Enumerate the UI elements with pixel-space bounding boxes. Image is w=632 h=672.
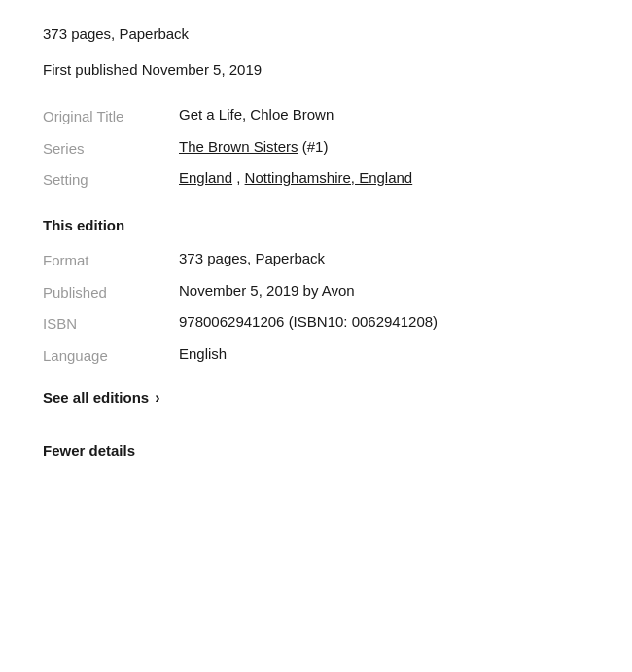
setting-separator: , bbox=[232, 169, 245, 186]
setting-england-link[interactable]: England bbox=[179, 169, 232, 186]
pages-format-summary: 373 pages, Paperback bbox=[43, 23, 589, 46]
fewer-details-button[interactable]: Fewer details bbox=[43, 441, 589, 463]
setting-label: Setting bbox=[43, 167, 179, 192]
series-label: Series bbox=[43, 136, 179, 160]
published-label: Published bbox=[43, 280, 179, 304]
this-edition-title: This edition bbox=[43, 215, 589, 237]
original-title-label: Original Title bbox=[43, 104, 179, 128]
isbn-alt: (ISBN10: 0062941208) bbox=[289, 313, 438, 330]
isbn-label: ISBN bbox=[43, 311, 179, 336]
see-all-label: See all editions bbox=[43, 387, 149, 409]
language-value: English bbox=[179, 343, 589, 368]
series-value: The Brown Sisters (#1) bbox=[179, 136, 589, 160]
original-title-value: Get a Life, Chloe Brown bbox=[179, 104, 589, 128]
isbn-value: 9780062941206 (ISBN10: 0062941208) bbox=[179, 311, 589, 336]
first-published-summary: First published November 5, 2019 bbox=[43, 59, 589, 82]
series-number: (#1) bbox=[302, 138, 329, 155]
this-edition-section: This edition Format 373 pages, Paperback… bbox=[43, 215, 589, 463]
format-value: 373 pages, Paperback bbox=[179, 248, 589, 272]
see-all-editions-link[interactable]: See all editions › bbox=[43, 386, 160, 409]
book-meta-grid: Original Title Get a Life, Chloe Brown S… bbox=[43, 104, 589, 192]
format-label: Format bbox=[43, 248, 179, 272]
isbn-number: 9780062941206 bbox=[179, 313, 284, 330]
setting-value: England , Nottinghamshire, England bbox=[179, 167, 589, 192]
language-label: Language bbox=[43, 343, 179, 368]
setting-nottinghamshire-link[interactable]: Nottinghamshire, England bbox=[245, 169, 413, 186]
published-value: November 5, 2019 by Avon bbox=[179, 280, 589, 304]
chevron-right-icon: › bbox=[155, 386, 159, 409]
series-link[interactable]: The Brown Sisters bbox=[179, 138, 298, 155]
edition-details-grid: Format 373 pages, Paperback Published No… bbox=[43, 248, 589, 367]
